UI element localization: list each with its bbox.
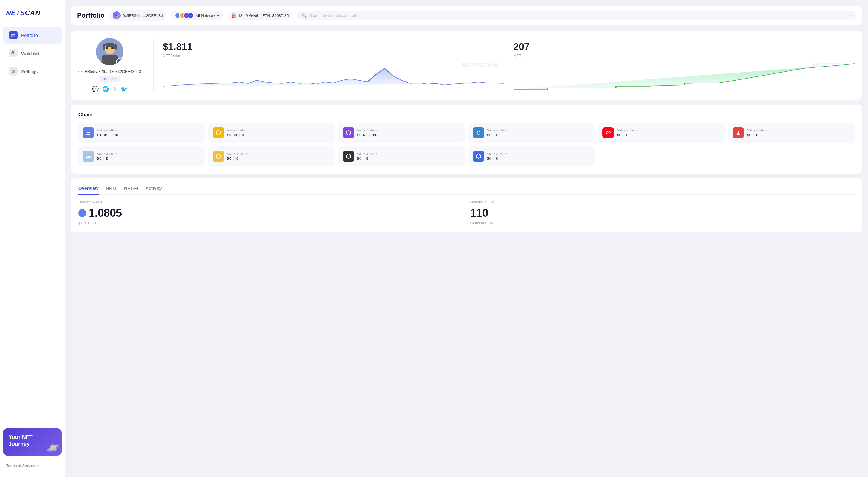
sidebar-item-portfolio[interactable]: ▤ Portfolio — [3, 27, 62, 43]
more-networks-circle: +6 — [187, 12, 193, 19]
chain-info-unknown1: Value & NFTs $0 | 0 — [357, 152, 461, 161]
external-link-icon: ↗ — [37, 464, 39, 468]
svg-rect-2 — [102, 55, 118, 65]
chain-info-avalanche: Value & NFTs $0 | 0 — [487, 128, 591, 137]
search-icon: 🔍 — [302, 13, 307, 18]
tab-bar: Overview NFTs NFT-Fi Activity — [78, 186, 855, 195]
tab-overview[interactable]: Overview — [78, 186, 99, 195]
svg-rect-6 — [103, 44, 105, 50]
chain-info-klaytn: Value & NFTs $0 | 0 — [97, 152, 200, 161]
optimism-icon: OP — [602, 127, 614, 138]
unknown1-icon: ⬡ — [343, 151, 354, 162]
nft-value-label: NFT Value — [163, 54, 495, 58]
chain-info-optimism: Value & NFTs $0 | 0 — [617, 128, 720, 137]
nft-count-section: 207 NFTs NETSCAN — [504, 38, 855, 93]
profile-info: ✓ 0x5EB5dca826...D76832CEE43d ⧉ shier.et… — [78, 38, 154, 93]
chain-card-unknown2[interactable]: ⬡ Value & NFTs $0 | 0 — [468, 146, 595, 166]
header-bar: Portfolio 🎭 0x5EB5dca...2CEE43d +6 All N… — [71, 6, 862, 25]
chain-card-optimism[interactable]: OP Value & NFTs $0 | 0 — [598, 123, 725, 143]
verified-badge: ✓ — [116, 58, 123, 65]
holding-value-usd: $1,810.08 — [78, 221, 463, 225]
chain-card-arbitrum[interactable]: ▲ Value & NFTs $0 | 0 — [728, 123, 855, 143]
tab-nfts[interactable]: NFTs — [106, 186, 117, 195]
svg-point-4 — [111, 47, 114, 49]
avatar-image: ✓ — [96, 38, 123, 65]
nft-value-section: $1,811 NFT Value NETSCAN — [154, 38, 504, 93]
address-badge[interactable]: 🎭 0x5EB5dca...2CEE43d — [109, 10, 166, 21]
chain-grid-row2: ☁ Value & NFTs $0 | 0 ⬡ Value & NFTs — [78, 146, 855, 166]
chain-info-oasys: Value & NFTs $0 | 0 — [227, 152, 331, 161]
search-placeholder: Search by address and .eth — [309, 13, 357, 18]
network-circles: +6 — [175, 12, 193, 19]
portfolio-icon: ▤ — [9, 31, 18, 39]
ethereum-icon: Ξ — [83, 127, 94, 138]
chain-card-ethereum[interactable]: Ξ Value & NFTs $1.8k | 110 — [78, 123, 205, 143]
sidebar-item-watchlist[interactable]: 👁 Watchlist — [3, 45, 62, 62]
nft-value-chart — [163, 62, 504, 93]
sidebar-item-settings[interactable]: ⚙ Settings — [3, 63, 62, 80]
chain-info-arbitrum: Value & NFTs $0 | 0 — [747, 128, 850, 137]
tab-activity[interactable]: Activity — [146, 186, 162, 195]
polygon-icon: ⬡ — [343, 127, 354, 138]
profile-ens: shier.eth — [99, 75, 120, 82]
eth-price: ETH: $1687.85 — [262, 13, 288, 18]
unknown2-icon: ⬡ — [473, 151, 484, 162]
svg-rect-5 — [105, 43, 114, 47]
chain-title: Chain — [78, 112, 855, 118]
chain-info-unknown2: Value & NFTs $0 | 0 — [487, 152, 591, 161]
watchlist-icon: 👁 — [9, 49, 18, 57]
chain-card-unknown1[interactable]: ⬡ Value & NFTs $0 | 0 — [338, 146, 465, 166]
search-slash: / — [850, 13, 851, 18]
chain-info-polygon: Value & NFTs $0.41 | 89 — [357, 128, 461, 137]
chat-icon[interactable]: 💬 — [92, 86, 99, 93]
page-title: Portfolio — [77, 11, 104, 19]
chain-card-avalanche[interactable]: ⬡ Value & NFTs $0 | 0 — [468, 123, 595, 143]
sidebar: NETSCAN ▤ Portfolio 👁 Watchlist ⚙ Settin… — [0, 0, 65, 477]
nft-value: $1,811 — [163, 41, 495, 52]
settings-icon: ⚙ — [9, 67, 18, 75]
svg-point-3 — [106, 47, 108, 49]
holding-nfts-panel: Holding NFTs 110 Collection:35 — [470, 200, 855, 225]
main-content: Portfolio 🎭 0x5EB5dca...2CEE43d +6 All N… — [65, 0, 868, 477]
terms-link[interactable]: Terms of Service ↗ — [3, 460, 62, 471]
svg-rect-7 — [114, 44, 117, 50]
chain-card-bnb[interactable]: ⬡ Value & NFTs $0.03 | 8 — [208, 123, 335, 143]
chevron-down-icon: ▾ — [217, 13, 219, 18]
collection-count: Collection:35 — [470, 221, 855, 225]
profile-social-links: 💬 🌐 ✈ 🐦 — [92, 86, 127, 93]
avatar: ✓ — [96, 38, 123, 65]
profile-section: ✓ 0x5EB5dca826...D76832CEE43d ⧉ shier.et… — [78, 38, 855, 93]
network-selector[interactable]: +6 All Network ▾ — [171, 10, 223, 20]
chain-grid-row1: Ξ Value & NFTs $1.8k | 110 ⬡ Value & NFT… — [78, 123, 855, 143]
eth-icon: Ξ — [78, 209, 86, 217]
overview-grid: Holding Value Ξ 1.0805 $1,810.08 Holding… — [78, 200, 855, 225]
tab-nftfi[interactable]: NFT-Fi — [124, 186, 138, 195]
twitter-icon[interactable]: 🐦 — [121, 86, 127, 93]
profile-address: 0x5EB5dca826...D76832CEE43d ⧉ — [78, 69, 141, 74]
nft-count-label: NFTs — [514, 54, 846, 58]
avatar: 🎭 — [113, 11, 121, 19]
holding-nfts: 110 — [470, 207, 855, 219]
avalanche-icon: ⬡ — [473, 127, 484, 138]
profile-stats-card: ✓ 0x5EB5dca826...D76832CEE43d ⧉ shier.et… — [71, 31, 862, 100]
chain-card-klaytn[interactable]: ☁ Value & NFTs $0 | 0 — [78, 146, 205, 166]
gas-icon: ⛽ — [231, 13, 236, 18]
chain-section: Chain Ξ Value & NFTs $1.8k | 110 ⬡ — [71, 104, 862, 173]
holding-value: Ξ 1.0805 — [78, 207, 463, 219]
logo: NETSCAN — [0, 6, 65, 26]
bnb-icon: ⬡ — [213, 127, 224, 138]
network-label: All Network — [195, 13, 215, 18]
overview-card: Overview NFTs NFT-Fi Activity Holding Va… — [71, 178, 862, 232]
arbitrum-icon: ▲ — [733, 127, 744, 138]
nft-journey-card[interactable]: Your NFT Journey 🪐 — [3, 428, 62, 455]
nft-journey-decoration: 🪐 — [49, 443, 59, 454]
chain-card-oasys[interactable]: ⬡ Value & NFTs $0 | 0 — [208, 146, 335, 166]
gas-price: 18.49 Gwei — [238, 13, 258, 18]
gas-badge: ⛽ 18.49 Gwei ETH: $1687.85 — [228, 11, 292, 20]
copy-icon[interactable]: ⧉ — [138, 69, 141, 74]
search-bar[interactable]: 🔍 Search by address and .eth / — [297, 11, 856, 20]
telegram-icon[interactable]: ✈ — [113, 86, 117, 93]
klaytn-icon: ☁ — [83, 151, 94, 162]
web-icon[interactable]: 🌐 — [102, 86, 109, 93]
chain-card-polygon[interactable]: ⬡ Value & NFTs $0.41 | 89 — [338, 123, 465, 143]
